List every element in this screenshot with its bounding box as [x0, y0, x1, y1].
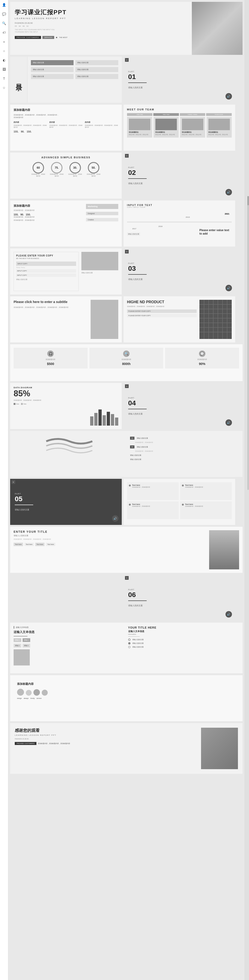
slide-highend: HIGHE ND PRODUCT 添加标题内容，添加标题内容，添加标题内容，添加… — [124, 296, 235, 342]
part06-speaker-icon[interactable]: 🔊 — [225, 611, 232, 617]
part03-speaker-icon[interactable]: 🔊 — [225, 285, 232, 291]
highend-desc: 添加标题内容，添加标题内容，添加标题内容，添加标题内容 — [127, 305, 197, 308]
data-bar5 — [107, 412, 110, 426]
texthere-cell4-title: Text here — [185, 503, 203, 505]
marketing-desc2: 添加标题内容，添加标题内容 — [14, 216, 83, 218]
marketing-subtitle: Marketing — [86, 204, 118, 209]
thankyou-image — [201, 728, 238, 769]
ribbon-items: 03 请输入您的文案 添加标题内容，添加标题内容 04 请输入您的文案 添加标题… — [130, 437, 237, 461]
data-bar1 — [90, 416, 93, 426]
marketing-desc3: 添加标题内容，添加标题内容 — [14, 219, 83, 221]
ribbon-svg — [16, 437, 123, 455]
part02-speaker-icon[interactable]: 🔊 — [225, 189, 232, 196]
timeline-copy: COPY·INPUT·YOUR — [127, 207, 232, 208]
contents-item6[interactable]: 请输入您的文案 — [75, 74, 118, 79]
slide-add-content1: 添加标题内容 添加标题内容，添加标题内容，添加标题内容，添加标题内容，添加标题内… — [10, 105, 122, 151]
textinfo-right-title: YOUR TITLE HERE — [128, 626, 239, 629]
slide-texthere: Text here 添加标题内容，添加标题内容 Text here 添加标题内容… — [124, 479, 235, 525]
slide-part04: 8 PART 04 请输入您的文案 🔊 — [124, 383, 235, 429]
textinfo-right-desc: Information — [128, 633, 239, 635]
contents-item2[interactable]: 请输入您的文案 — [75, 60, 118, 65]
inputcopy-right-label: 请输入您的文案 — [81, 272, 118, 274]
highend-left: HIGHE ND PRODUCT 添加标题内容，添加标题内容，添加标题内容，添加… — [127, 300, 197, 339]
sidebar-icon-search[interactable]: 🔍 — [2, 21, 7, 26]
timeline-title: INPUT FOR TEXT — [127, 204, 232, 207]
team-card4: 职位标题职位 职位介绍，职位介绍，职位介绍 — [207, 117, 232, 138]
contents-item1[interactable]: 请输入您的文案 — [31, 60, 73, 65]
add-content-item3: 的内容 添加标题内容，添加标题内容，添加标题内容，添加标题内容 — [85, 121, 118, 128]
sidebar-icon-text[interactable]: T — [2, 76, 7, 81]
data-bar2 — [94, 413, 97, 426]
part05-speaker-icon[interactable]: 🔊 — [112, 515, 118, 522]
sidebar-icon-chat[interactable]: 💬 — [2, 11, 7, 17]
sidebar-icon-star[interactable]: ☆ — [2, 85, 7, 90]
services-label2-text: 添加标题内容 — [121, 358, 131, 361]
sidebar-icon-user[interactable]: 👤 — [2, 2, 7, 7]
part04-speaker-icon[interactable]: 🔊 — [225, 419, 232, 426]
slide1-num1: 05 — [15, 25, 17, 27]
tl-circle2 — [128, 642, 131, 644]
enter-right-image — [209, 530, 239, 570]
contents-item5[interactable]: 请输入您的文案 — [31, 74, 73, 79]
highend-title: HIGHE ND PRODUCT — [127, 300, 197, 304]
services-value1: $500 — [47, 362, 54, 366]
team-card4-name: 职位标题职位 — [208, 131, 230, 134]
sidebar-icon-image[interactable]: 🖼 — [2, 67, 7, 72]
sidebar-icon-layers[interactable]: ● — [2, 39, 7, 44]
sidebar-icon-tag[interactable]: 🏷 — [2, 30, 7, 35]
team-card2-desc: 职位介绍，职位介绍，职位介绍 — [155, 134, 177, 136]
slide-ribbon: 03 请输入您的文案 添加标题内容，添加标题内容 04 请输入您的文案 添加标题… — [10, 431, 243, 477]
contents-title-cn: 目录 — [12, 74, 26, 85]
sidebar-icon-dot[interactable]: ○ — [2, 48, 7, 54]
business-circle1-num: 60 — [37, 166, 40, 169]
thankyou-fashion: FASHION 23.38.50 — [15, 738, 198, 740]
add-content2-labels: design always timely service — [17, 697, 236, 699]
textinfo-right-subtitle: 这输入文本信息 — [128, 630, 239, 633]
data-right — [91, 387, 118, 426]
click-title[interactable]: Please click here to enter a subtitle — [14, 300, 88, 304]
services-item3: 💬 添加标题内容 90% — [165, 348, 239, 368]
slide-timeline: INPUT FOR TEXT COPY·INPUT·YOUR 2021 2019… — [124, 200, 235, 247]
services-items: 🎧 添加标题内容 $500 🔍 添加标题内容 800th 💬 添加标题内容 90… — [14, 348, 239, 368]
team-col-headers: ONE·ONE TWO·TWO THREE·THREE FOUR·FOUR — [127, 113, 232, 116]
add-content2-icons — [17, 689, 236, 696]
thankyou-subtitle: LEARNING LESSON REPORT PPT — [15, 734, 198, 736]
team-card2: 职位标题职位 职位介绍，职位介绍，职位介绍 — [153, 117, 179, 138]
scrollbar-track[interactable] — [247, 196, 249, 490]
inputcopy-input3: INPUT COPY — [16, 274, 76, 277]
inputcopy-please-label: 请输入您的文案 — [16, 278, 76, 281]
click-right-image — [91, 300, 118, 339]
tl-text1: 请输入您的文案 — [132, 638, 144, 641]
contents-item4[interactable]: 请输入您的文案 — [75, 67, 118, 72]
main-content: 学习课业汇报PPT LEARNING LESSON REPORT PPT FAS… — [8, 0, 244, 776]
scrollbar-thumb[interactable] — [247, 196, 249, 205]
add-content-item2-title: 的内容 — [49, 121, 83, 124]
contents-item3[interactable]: 请输入您的文案 — [31, 67, 73, 72]
row-part06: 8 PART 06 请输入您的文案 🔊 — [10, 575, 243, 621]
row-addcontent-team: 添加标题内容 添加标题内容，添加标题内容，添加标题内容，添加标题内容，添加标题内… — [10, 105, 243, 151]
enter-texthere-items: Text here Text here Text here Text here — [14, 542, 206, 546]
ribbon-item3-text: 请输入您的文案 — [130, 454, 141, 457]
business-circle2-desc: 添加标题内容，添加标题内容 — [50, 173, 64, 177]
add-content2-icon2 — [26, 690, 32, 696]
business-circles: 60 添加标题内容，添加标题内容 75. 添加标题内容，添加标题内容 30. 添… — [14, 162, 118, 177]
part06-label: PART — [128, 589, 231, 591]
textinfo-left: 这输入文本信息 这输入文本信息 请输入 请输入 请输入 请输入 — [14, 626, 125, 670]
team-card3-desc: 职位介绍，职位介绍，职位介绍 — [182, 134, 203, 136]
texthere-cell4-desc: 添加标题内容，添加标题内容 — [185, 505, 203, 508]
ribbon-left — [14, 434, 125, 474]
year2017: 2017 — [132, 228, 136, 230]
part01-speaker-icon[interactable]: 🔊 — [225, 93, 232, 100]
part03-section-num: 8 — [125, 250, 129, 253]
part04-section-num: 8 — [125, 384, 129, 388]
timeline-container: 2021 2019 2018 2017 Please enter value t… — [127, 213, 232, 236]
thankyou-provide: PROVIDE CUSTOMERS — [15, 742, 37, 745]
sidebar-icon-adjust[interactable]: ◐ — [2, 57, 7, 63]
slide-contents: 目录 请输入您的文案 请输入您的文案 请输入您的文案 请输入您的文案 — [10, 57, 122, 103]
ribbon-item2: 04 请输入您的文案 — [130, 445, 237, 449]
tl-text3: 请输入您的文案 — [132, 646, 144, 648]
slide1-title-en: LEARNING LESSON REPORT PPT — [15, 17, 187, 19]
slide1-img-bg — [192, 2, 243, 55]
textinfo-circular-timeline: 请输入您的文案 请输入您的文案 请输入您的文案 — [128, 638, 239, 648]
contents-vertical-container: 目录 — [10, 57, 27, 103]
